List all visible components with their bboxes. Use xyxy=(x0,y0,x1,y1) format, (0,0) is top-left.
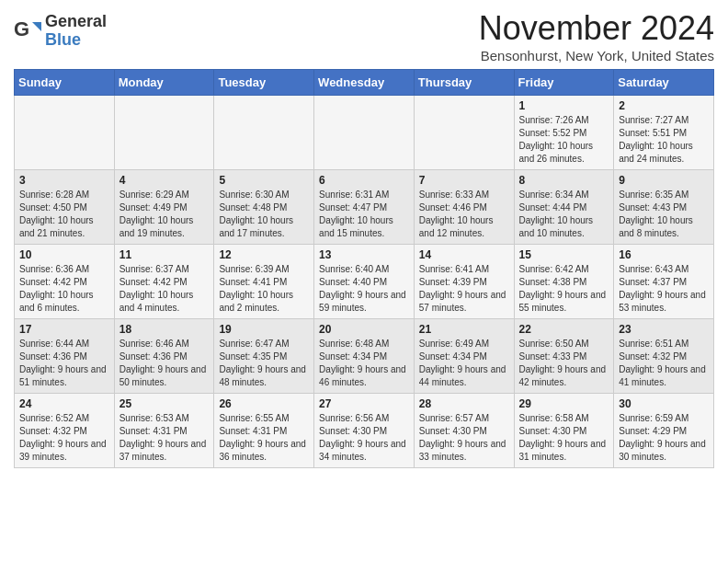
calendar-cell: 27Sunrise: 6:56 AM Sunset: 4:30 PM Dayli… xyxy=(314,394,415,468)
day-info: Sunrise: 6:28 AM Sunset: 4:50 PM Dayligh… xyxy=(19,189,109,240)
calendar-cell: 2Sunrise: 7:27 AM Sunset: 5:51 PM Daylig… xyxy=(614,96,714,170)
header-row: SundayMondayTuesdayWednesdayThursdayFrid… xyxy=(15,70,714,96)
day-number: 15 xyxy=(519,248,609,261)
day-number: 20 xyxy=(319,323,409,336)
day-number: 7 xyxy=(419,174,509,187)
day-info: Sunrise: 6:55 AM Sunset: 4:31 PM Dayligh… xyxy=(219,412,309,464)
calendar-cell: 23Sunrise: 6:51 AM Sunset: 4:32 PM Dayli… xyxy=(614,319,714,394)
day-number: 3 xyxy=(19,174,109,187)
day-number: 2 xyxy=(619,99,709,112)
calendar-table: SundayMondayTuesdayWednesdayThursdayFrid… xyxy=(14,69,714,468)
calendar-cell: 1Sunrise: 7:26 AM Sunset: 5:52 PM Daylig… xyxy=(514,96,614,170)
calendar-cell xyxy=(314,96,415,170)
day-number: 19 xyxy=(219,323,309,336)
calendar-cell: 20Sunrise: 6:48 AM Sunset: 4:34 PM Dayli… xyxy=(314,319,415,394)
calendar-cell: 10Sunrise: 6:36 AM Sunset: 4:42 PM Dayli… xyxy=(15,245,115,319)
week-row-4: 17Sunrise: 6:44 AM Sunset: 4:36 PM Dayli… xyxy=(15,319,714,394)
calendar-cell xyxy=(114,96,214,170)
day-info: Sunrise: 6:34 AM Sunset: 4:44 PM Dayligh… xyxy=(519,189,609,240)
day-info: Sunrise: 6:53 AM Sunset: 4:31 PM Dayligh… xyxy=(119,412,210,464)
day-header-monday: Monday xyxy=(114,70,214,96)
day-info: Sunrise: 6:58 AM Sunset: 4:30 PM Dayligh… xyxy=(519,412,609,464)
day-number: 18 xyxy=(119,323,210,336)
calendar-cell: 15Sunrise: 6:42 AM Sunset: 4:38 PM Dayli… xyxy=(514,245,614,319)
day-info: Sunrise: 6:56 AM Sunset: 4:30 PM Dayligh… xyxy=(319,412,409,464)
logo-blue-text: Blue xyxy=(45,31,107,50)
day-number: 28 xyxy=(419,397,509,410)
day-info: Sunrise: 6:44 AM Sunset: 4:36 PM Dayligh… xyxy=(19,338,109,389)
day-info: Sunrise: 6:51 AM Sunset: 4:32 PM Dayligh… xyxy=(619,338,709,389)
calendar-cell: 3Sunrise: 6:28 AM Sunset: 4:50 PM Daylig… xyxy=(15,170,115,245)
calendar-cell: 16Sunrise: 6:43 AM Sunset: 4:37 PM Dayli… xyxy=(614,245,714,319)
day-header-thursday: Thursday xyxy=(414,70,514,96)
calendar-cell: 19Sunrise: 6:47 AM Sunset: 4:35 PM Dayli… xyxy=(214,319,314,394)
day-info: Sunrise: 6:35 AM Sunset: 4:43 PM Dayligh… xyxy=(619,189,709,240)
day-info: Sunrise: 6:37 AM Sunset: 4:42 PM Dayligh… xyxy=(119,263,210,315)
day-number: 1 xyxy=(519,99,609,112)
calendar-cell: 5Sunrise: 6:30 AM Sunset: 4:48 PM Daylig… xyxy=(214,170,314,245)
calendar-cell xyxy=(214,96,314,170)
svg-marker-1 xyxy=(32,22,41,31)
calendar-cell: 4Sunrise: 6:29 AM Sunset: 4:49 PM Daylig… xyxy=(114,170,214,245)
day-info: Sunrise: 6:43 AM Sunset: 4:37 PM Dayligh… xyxy=(619,263,709,315)
location: Bensonhurst, New York, United States xyxy=(479,48,714,63)
calendar-cell: 26Sunrise: 6:55 AM Sunset: 4:31 PM Dayli… xyxy=(214,394,314,468)
day-number: 26 xyxy=(219,397,309,410)
calendar-cell: 24Sunrise: 6:52 AM Sunset: 4:32 PM Dayli… xyxy=(15,394,115,468)
day-info: Sunrise: 6:52 AM Sunset: 4:32 PM Dayligh… xyxy=(19,412,109,464)
day-number: 29 xyxy=(519,397,609,410)
day-number: 4 xyxy=(119,174,210,187)
day-info: Sunrise: 6:31 AM Sunset: 4:47 PM Dayligh… xyxy=(319,189,409,240)
logo: G General Blue xyxy=(14,13,107,50)
day-info: Sunrise: 6:30 AM Sunset: 4:48 PM Dayligh… xyxy=(219,189,309,240)
calendar-cell: 17Sunrise: 6:44 AM Sunset: 4:36 PM Dayli… xyxy=(15,319,115,394)
day-number: 24 xyxy=(19,397,109,410)
month-title: November 2024 xyxy=(479,9,714,48)
day-info: Sunrise: 6:40 AM Sunset: 4:40 PM Dayligh… xyxy=(319,263,409,315)
calendar-cell: 18Sunrise: 6:46 AM Sunset: 4:36 PM Dayli… xyxy=(114,319,214,394)
day-header-wednesday: Wednesday xyxy=(314,70,415,96)
week-row-1: 1Sunrise: 7:26 AM Sunset: 5:52 PM Daylig… xyxy=(15,96,714,170)
day-number: 13 xyxy=(319,248,409,261)
calendar-cell: 11Sunrise: 6:37 AM Sunset: 4:42 PM Dayli… xyxy=(114,245,214,319)
header: G General Blue November 2024 Bensonhurst… xyxy=(14,9,714,63)
day-info: Sunrise: 6:29 AM Sunset: 4:49 PM Dayligh… xyxy=(119,189,210,240)
calendar-cell: 25Sunrise: 6:53 AM Sunset: 4:31 PM Dayli… xyxy=(114,394,214,468)
day-number: 11 xyxy=(119,248,210,261)
calendar-cell: 9Sunrise: 6:35 AM Sunset: 4:43 PM Daylig… xyxy=(614,170,714,245)
calendar-cell: 22Sunrise: 6:50 AM Sunset: 4:33 PM Dayli… xyxy=(514,319,614,394)
day-number: 6 xyxy=(319,174,409,187)
calendar-cell: 28Sunrise: 6:57 AM Sunset: 4:30 PM Dayli… xyxy=(414,394,514,468)
week-row-5: 24Sunrise: 6:52 AM Sunset: 4:32 PM Dayli… xyxy=(15,394,714,468)
day-number: 10 xyxy=(19,248,109,261)
day-number: 27 xyxy=(319,397,409,410)
logo-icon: G xyxy=(14,17,41,45)
day-info: Sunrise: 6:49 AM Sunset: 4:34 PM Dayligh… xyxy=(419,338,509,389)
calendar-cell: 8Sunrise: 6:34 AM Sunset: 4:44 PM Daylig… xyxy=(514,170,614,245)
day-number: 9 xyxy=(619,174,709,187)
day-info: Sunrise: 6:48 AM Sunset: 4:34 PM Dayligh… xyxy=(319,338,409,389)
week-row-3: 10Sunrise: 6:36 AM Sunset: 4:42 PM Dayli… xyxy=(15,245,714,319)
day-header-friday: Friday xyxy=(514,70,614,96)
day-header-saturday: Saturday xyxy=(614,70,714,96)
day-info: Sunrise: 7:26 AM Sunset: 5:52 PM Dayligh… xyxy=(519,114,609,166)
calendar-cell: 29Sunrise: 6:58 AM Sunset: 4:30 PM Dayli… xyxy=(514,394,614,468)
day-info: Sunrise: 6:42 AM Sunset: 4:38 PM Dayligh… xyxy=(519,263,609,315)
day-info: Sunrise: 6:39 AM Sunset: 4:41 PM Dayligh… xyxy=(219,263,309,315)
day-info: Sunrise: 6:46 AM Sunset: 4:36 PM Dayligh… xyxy=(119,338,210,389)
day-info: Sunrise: 6:57 AM Sunset: 4:30 PM Dayligh… xyxy=(419,412,509,464)
week-row-2: 3Sunrise: 6:28 AM Sunset: 4:50 PM Daylig… xyxy=(15,170,714,245)
day-header-sunday: Sunday xyxy=(15,70,115,96)
day-number: 14 xyxy=(419,248,509,261)
logo-general-text: General xyxy=(45,13,107,31)
day-header-tuesday: Tuesday xyxy=(214,70,314,96)
day-info: Sunrise: 6:41 AM Sunset: 4:39 PM Dayligh… xyxy=(419,263,509,315)
calendar-cell: 7Sunrise: 6:33 AM Sunset: 4:46 PM Daylig… xyxy=(414,170,514,245)
calendar-cell xyxy=(414,96,514,170)
day-info: Sunrise: 7:27 AM Sunset: 5:51 PM Dayligh… xyxy=(619,114,709,166)
day-number: 5 xyxy=(219,174,309,187)
day-info: Sunrise: 6:36 AM Sunset: 4:42 PM Dayligh… xyxy=(19,263,109,315)
day-number: 21 xyxy=(419,323,509,336)
calendar-cell: 6Sunrise: 6:31 AM Sunset: 4:47 PM Daylig… xyxy=(314,170,415,245)
calendar-cell xyxy=(15,96,115,170)
